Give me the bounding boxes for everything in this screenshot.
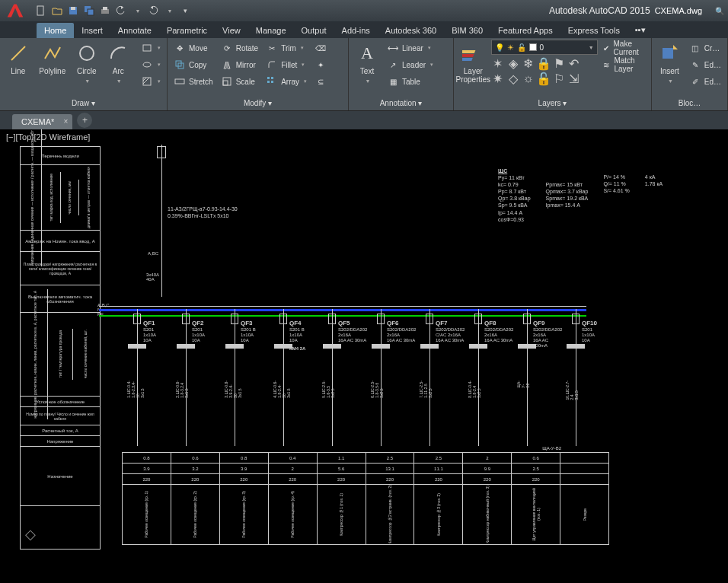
layer-properties-button[interactable]: Layer Properties: [457, 40, 490, 87]
rectangle-button[interactable]: ▾: [138, 40, 164, 56]
copy-icon: [174, 59, 186, 71]
fillet-button[interactable]: Fillet▾: [263, 56, 310, 73]
app-logo[interactable]: [0, 0, 30, 21]
table-cell: 3.9: [123, 464, 171, 473]
qat-dropdown-icon[interactable]: ▼: [129, 3, 145, 18]
tab-bim360[interactable]: BIM 360: [444, 23, 490, 38]
fillet-icon: [266, 59, 278, 71]
tab-addins[interactable]: Add-ins: [334, 23, 378, 38]
polyline-button[interactable]: Polyline: [35, 40, 70, 78]
layer-walk-icon[interactable]: ⚐: [552, 72, 566, 85]
ellipse-button[interactable]: ▾: [138, 56, 164, 73]
quick-access-toolbar: ▼ ▼ ▾: [34, 3, 193, 18]
table-cell: 1.1: [318, 453, 366, 463]
ribbon-tabs: Home Insert Annotate Parametric View Man…: [0, 21, 728, 38]
svg-rect-25: [462, 58, 473, 61]
close-icon[interactable]: ×: [64, 117, 69, 126]
feeder-phase: A,BC: [148, 251, 158, 256]
tab-featured[interactable]: Featured Apps: [490, 23, 560, 38]
leader-icon: ↗: [387, 59, 399, 71]
tab-express[interactable]: Express Tools: [560, 23, 627, 38]
block-create-button[interactable]: ◫Cr…: [686, 40, 724, 56]
linear-dim-button[interactable]: ⟷Linear▾: [384, 40, 436, 56]
doc-tab-cxema[interactable]: CXEMA* ×: [12, 114, 72, 129]
leader-button[interactable]: ↗Leader▾: [384, 56, 436, 73]
copy-button[interactable]: Copy: [171, 56, 216, 73]
qat-plot-icon[interactable]: [97, 3, 113, 18]
table-cell: [560, 453, 608, 463]
make-current-button[interactable]: ✔Make Current: [599, 40, 648, 56]
trim-button[interactable]: ✂Trim▾: [263, 40, 310, 56]
insert-button[interactable]: Insert▼: [655, 40, 685, 87]
qat-saveas-icon[interactable]: [81, 3, 97, 18]
add-tab-button[interactable]: +: [77, 113, 92, 128]
mirror-button[interactable]: Mirror: [218, 56, 261, 73]
text-icon: A: [356, 43, 378, 64]
layer-unlock-icon[interactable]: 🔓: [537, 72, 551, 85]
svg-line-12: [143, 78, 146, 81]
qat-customize-icon[interactable]: ▾: [177, 3, 193, 18]
text-button[interactable]: A Text▼: [352, 40, 382, 87]
qat-new-icon[interactable]: [34, 3, 49, 18]
table-button[interactable]: ▦Table: [384, 73, 436, 90]
qat-dropdown2-icon[interactable]: ▼: [161, 3, 177, 18]
panel-annotation-label[interactable]: Annotation ▾: [352, 97, 450, 109]
qat-redo-icon[interactable]: [145, 3, 161, 18]
rotate-icon: ⟳: [221, 42, 233, 54]
offset-button[interactable]: ⊆: [311, 73, 330, 90]
line-button[interactable]: Line: [3, 40, 34, 78]
layer-merge-icon[interactable]: ⇲: [567, 72, 581, 85]
panel-draw-label[interactable]: Draw ▾: [3, 97, 164, 109]
layer-uniso-icon[interactable]: ◇: [506, 72, 520, 85]
stretch-button[interactable]: Stretch: [171, 73, 216, 90]
tab-overflow[interactable]: ▪▪▾: [627, 22, 653, 38]
help-search-icon[interactable]: 🔍: [711, 4, 728, 18]
tab-output[interactable]: Output: [294, 23, 334, 38]
match-layer-button[interactable]: ≋Match Layer: [599, 56, 648, 73]
ellipse-icon: [141, 59, 153, 71]
move-button[interactable]: ✥Move: [171, 40, 216, 56]
layer-thaw-icon[interactable]: ☼: [522, 72, 535, 85]
tab-manage[interactable]: Manage: [248, 23, 294, 38]
layer-state-icon[interactable]: ⚑: [552, 56, 566, 70]
table-cell: [560, 474, 608, 484]
table-load-name: Щит управления вентиляцией (поз. 1): [512, 485, 560, 544]
table-load-name: Рабочее освещение (гр. 1): [123, 485, 171, 544]
svg-rect-2: [71, 7, 75, 10]
panel-block-label[interactable]: Bloc…: [655, 97, 724, 109]
tab-insert[interactable]: Insert: [74, 23, 110, 38]
svg-point-8: [80, 46, 94, 60]
drawing-area[interactable]: [−][Top][2D Wireframe] Перечень модели н…: [0, 129, 728, 583]
qat-save-icon[interactable]: [65, 3, 81, 18]
table-cell: 0.6: [171, 453, 220, 463]
scale-button[interactable]: Scale: [218, 73, 261, 90]
tab-home[interactable]: Home: [37, 23, 74, 38]
array-button[interactable]: Array▾: [263, 73, 310, 90]
tab-autodesk360[interactable]: Autodesk 360: [378, 23, 444, 38]
table-cell: 220: [220, 474, 269, 484]
arc-button[interactable]: Arc▼: [103, 40, 133, 87]
qat-undo-icon[interactable]: [113, 3, 129, 18]
explode-button[interactable]: ✦: [311, 56, 330, 73]
layer-prev-icon[interactable]: ↶: [567, 56, 581, 70]
svg-rect-6: [103, 7, 107, 10]
layer-dropdown[interactable]: 💡 ☀ 🔓 0 ▼: [491, 40, 598, 55]
hatch-button[interactable]: ▾: [138, 73, 164, 90]
table-cell: 220: [269, 474, 318, 484]
erase-button[interactable]: ⌫: [311, 40, 330, 56]
panel-modify-label[interactable]: Modify ▾: [171, 97, 345, 109]
tab-parametric[interactable]: Parametric: [159, 23, 215, 38]
block-edit-button[interactable]: ✎Ed…: [686, 56, 724, 73]
layer-lock-icon[interactable]: 🔒: [537, 56, 551, 70]
tab-annotate[interactable]: Annotate: [110, 23, 159, 38]
tab-view[interactable]: View: [215, 23, 248, 38]
layer-freeze-icon[interactable]: ❄: [522, 56, 535, 70]
layer-on-icon[interactable]: ✷: [491, 72, 505, 85]
layer-iso-icon[interactable]: ◈: [506, 56, 520, 70]
layer-off-icon[interactable]: ✶: [491, 56, 505, 70]
rotate-button[interactable]: ⟳Rotate: [218, 40, 261, 56]
panel-layers-label[interactable]: Layers ▾: [457, 97, 648, 109]
block-editattr-button[interactable]: ✐Ed…: [686, 73, 724, 90]
qat-open-icon[interactable]: [49, 3, 65, 18]
circle-button[interactable]: Circle▼: [72, 40, 102, 87]
